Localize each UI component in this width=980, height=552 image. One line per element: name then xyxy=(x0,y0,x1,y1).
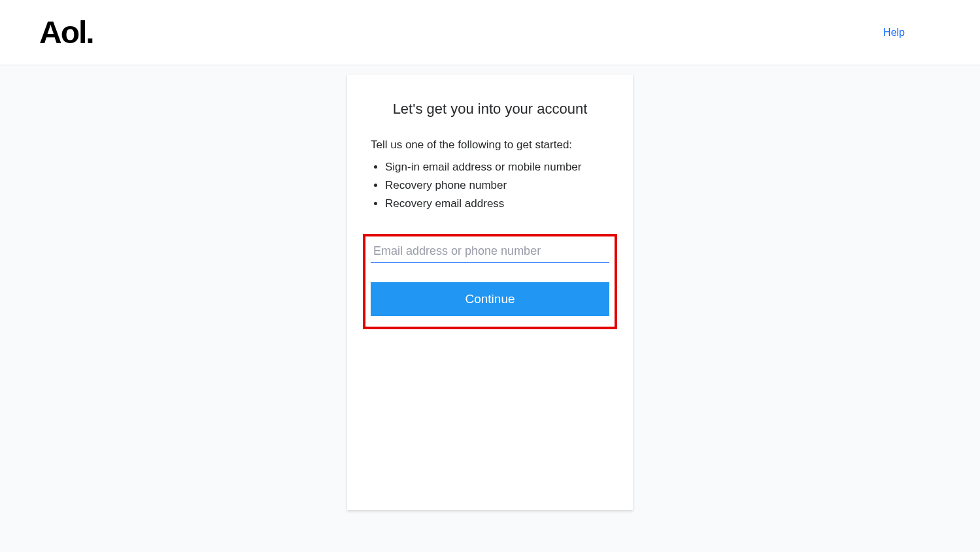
list-item: Recovery email address xyxy=(385,195,609,213)
options-list: Sign-in email address or mobile number R… xyxy=(371,158,609,213)
email-or-phone-input[interactable] xyxy=(371,240,609,263)
account-recovery-card: Let's get you into your account Tell us … xyxy=(347,74,633,510)
continue-button[interactable]: Continue xyxy=(371,282,609,316)
header: Aol. Help xyxy=(0,0,980,65)
aol-logo: Aol. xyxy=(39,14,93,50)
highlight-annotation-box: Continue xyxy=(363,234,617,329)
main-content: Let's get you into your account Tell us … xyxy=(0,65,980,510)
list-item: Recovery phone number xyxy=(385,176,609,195)
help-link[interactable]: Help xyxy=(883,27,941,39)
card-subtitle: Tell us one of the following to get star… xyxy=(371,138,609,152)
card-title: Let's get you into your account xyxy=(371,101,609,118)
list-item: Sign-in email address or mobile number xyxy=(385,158,609,176)
